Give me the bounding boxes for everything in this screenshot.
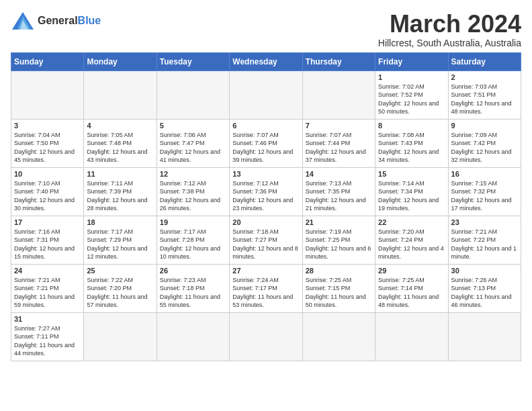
calendar-day: 30Sunrise: 7:26 AM Sunset: 7:13 PM Dayli… [448, 264, 521, 312]
day-number: 10 [14, 170, 81, 178]
calendar-header-row: SundayMondayTuesdayWednesdayThursdayFrid… [11, 52, 521, 71]
calendar-day [157, 312, 229, 361]
day-number: 16 [451, 170, 518, 178]
weekday-header-sunday: Sunday [11, 52, 84, 71]
day-info: Sunrise: 7:04 AM Sunset: 7:50 PM Dayligh… [14, 131, 81, 165]
day-number: 23 [451, 218, 518, 226]
title-section: March 2024 Hillcrest, South Australia, A… [378, 11, 521, 48]
location-subtitle: Hillcrest, South Australia, Australia [378, 38, 521, 48]
day-number: 14 [306, 170, 372, 178]
day-number: 24 [14, 267, 81, 275]
day-number: 15 [378, 170, 445, 178]
day-info: Sunrise: 7:07 AM Sunset: 7:46 PM Dayligh… [232, 131, 299, 165]
day-number: 27 [232, 267, 299, 275]
day-number: 19 [160, 218, 226, 226]
day-number: 25 [87, 267, 153, 275]
day-info: Sunrise: 7:17 AM Sunset: 7:28 PM Dayligh… [160, 228, 226, 261]
day-number: 22 [378, 218, 445, 226]
day-number: 31 [14, 315, 81, 323]
day-number: 30 [451, 267, 518, 275]
calendar-day: 10Sunrise: 7:10 AM Sunset: 7:40 PM Dayli… [11, 167, 84, 216]
day-info: Sunrise: 7:12 AM Sunset: 7:38 PM Dayligh… [160, 179, 226, 213]
day-info: Sunrise: 7:12 AM Sunset: 7:36 PM Dayligh… [232, 179, 299, 213]
day-number: 18 [87, 218, 153, 226]
week-row-4: 24Sunrise: 7:21 AM Sunset: 7:21 PM Dayli… [11, 264, 521, 312]
day-info: Sunrise: 7:13 AM Sunset: 7:35 PM Dayligh… [306, 179, 372, 213]
page-header: GeneralBlue March 2024 Hillcrest, South … [11, 11, 521, 48]
day-info: Sunrise: 7:08 AM Sunset: 7:43 PM Dayligh… [378, 131, 445, 165]
day-number: 8 [378, 122, 445, 130]
calendar-day: 6Sunrise: 7:07 AM Sunset: 7:46 PM Daylig… [230, 119, 302, 167]
calendar-day: 18Sunrise: 7:17 AM Sunset: 7:29 PM Dayli… [84, 216, 157, 264]
calendar-day [448, 312, 521, 361]
calendar-day: 29Sunrise: 7:25 AM Sunset: 7:14 PM Dayli… [375, 264, 448, 312]
week-row-5: 31Sunrise: 7:27 AM Sunset: 7:11 PM Dayli… [11, 312, 521, 361]
calendar-table: SundayMondayTuesdayWednesdayThursdayFrid… [11, 52, 521, 361]
day-number: 29 [378, 267, 445, 275]
day-number: 1 [378, 73, 445, 81]
weekday-header-friday: Friday [375, 52, 448, 71]
day-info: Sunrise: 7:20 AM Sunset: 7:24 PM Dayligh… [378, 228, 445, 261]
calendar-day: 13Sunrise: 7:12 AM Sunset: 7:36 PM Dayli… [230, 167, 302, 216]
day-info: Sunrise: 7:02 AM Sunset: 7:52 PM Dayligh… [378, 83, 445, 116]
day-info: Sunrise: 7:10 AM Sunset: 7:40 PM Dayligh… [14, 179, 81, 213]
calendar-day: 2Sunrise: 7:03 AM Sunset: 7:51 PM Daylig… [448, 71, 521, 119]
weekday-header-monday: Monday [84, 52, 157, 71]
week-row-2: 10Sunrise: 7:10 AM Sunset: 7:40 PM Dayli… [11, 167, 521, 216]
day-info: Sunrise: 7:16 AM Sunset: 7:31 PM Dayligh… [14, 228, 81, 261]
calendar-day [11, 71, 84, 119]
calendar-day: 7Sunrise: 7:07 AM Sunset: 7:44 PM Daylig… [302, 119, 375, 167]
calendar-day: 14Sunrise: 7:13 AM Sunset: 7:35 PM Dayli… [302, 167, 375, 216]
calendar-day [230, 71, 302, 119]
calendar-day: 8Sunrise: 7:08 AM Sunset: 7:43 PM Daylig… [375, 119, 448, 167]
calendar-day: 11Sunrise: 7:11 AM Sunset: 7:39 PM Dayli… [84, 167, 157, 216]
day-info: Sunrise: 7:15 AM Sunset: 7:32 PM Dayligh… [451, 179, 518, 213]
month-title: March 2024 [378, 11, 521, 38]
day-info: Sunrise: 7:19 AM Sunset: 7:25 PM Dayligh… [306, 228, 372, 261]
calendar-day [302, 312, 375, 361]
weekday-header-tuesday: Tuesday [157, 52, 229, 71]
day-info: Sunrise: 7:23 AM Sunset: 7:18 PM Dayligh… [160, 276, 226, 310]
week-row-0: 1Sunrise: 7:02 AM Sunset: 7:52 PM Daylig… [11, 71, 521, 119]
day-number: 2 [451, 73, 518, 81]
calendar-day: 4Sunrise: 7:05 AM Sunset: 7:48 PM Daylig… [84, 119, 157, 167]
calendar-day [84, 71, 157, 119]
calendar-day: 31Sunrise: 7:27 AM Sunset: 7:11 PM Dayli… [11, 312, 84, 361]
calendar-day [302, 71, 375, 119]
day-info: Sunrise: 7:27 AM Sunset: 7:11 PM Dayligh… [14, 324, 81, 358]
calendar-day [230, 312, 302, 361]
calendar-day: 24Sunrise: 7:21 AM Sunset: 7:21 PM Dayli… [11, 264, 84, 312]
calendar-day: 22Sunrise: 7:20 AM Sunset: 7:24 PM Dayli… [375, 216, 448, 264]
calendar-day: 16Sunrise: 7:15 AM Sunset: 7:32 PM Dayli… [448, 167, 521, 216]
calendar-day [84, 312, 157, 361]
day-number: 20 [232, 218, 299, 226]
calendar-day: 27Sunrise: 7:24 AM Sunset: 7:17 PM Dayli… [230, 264, 302, 312]
weekday-header-thursday: Thursday [302, 52, 375, 71]
calendar-day: 26Sunrise: 7:23 AM Sunset: 7:18 PM Dayli… [157, 264, 229, 312]
day-info: Sunrise: 7:14 AM Sunset: 7:34 PM Dayligh… [378, 179, 445, 213]
day-info: Sunrise: 7:18 AM Sunset: 7:27 PM Dayligh… [232, 228, 299, 261]
logo-icon [11, 11, 35, 31]
day-info: Sunrise: 7:05 AM Sunset: 7:48 PM Dayligh… [87, 131, 153, 165]
calendar-day [375, 312, 448, 361]
day-info: Sunrise: 7:22 AM Sunset: 7:20 PM Dayligh… [87, 276, 153, 310]
day-number: 9 [451, 122, 518, 130]
day-info: Sunrise: 7:25 AM Sunset: 7:14 PM Dayligh… [378, 276, 445, 310]
calendar-day: 9Sunrise: 7:09 AM Sunset: 7:42 PM Daylig… [448, 119, 521, 167]
day-number: 28 [306, 267, 372, 275]
day-info: Sunrise: 7:09 AM Sunset: 7:42 PM Dayligh… [451, 131, 518, 165]
calendar-day: 15Sunrise: 7:14 AM Sunset: 7:34 PM Dayli… [375, 167, 448, 216]
logo: GeneralBlue [11, 11, 101, 31]
day-info: Sunrise: 7:03 AM Sunset: 7:51 PM Dayligh… [451, 83, 518, 116]
day-number: 4 [87, 122, 153, 130]
day-info: Sunrise: 7:21 AM Sunset: 7:22 PM Dayligh… [451, 228, 518, 261]
calendar-day: 3Sunrise: 7:04 AM Sunset: 7:50 PM Daylig… [11, 119, 84, 167]
weekday-header-wednesday: Wednesday [230, 52, 302, 71]
calendar-day: 12Sunrise: 7:12 AM Sunset: 7:38 PM Dayli… [157, 167, 229, 216]
day-info: Sunrise: 7:11 AM Sunset: 7:39 PM Dayligh… [87, 179, 153, 213]
calendar-day: 28Sunrise: 7:25 AM Sunset: 7:15 PM Dayli… [302, 264, 375, 312]
week-row-3: 17Sunrise: 7:16 AM Sunset: 7:31 PM Dayli… [11, 216, 521, 264]
calendar-day: 19Sunrise: 7:17 AM Sunset: 7:28 PM Dayli… [157, 216, 229, 264]
calendar-day: 21Sunrise: 7:19 AM Sunset: 7:25 PM Dayli… [302, 216, 375, 264]
day-number: 21 [306, 218, 372, 226]
